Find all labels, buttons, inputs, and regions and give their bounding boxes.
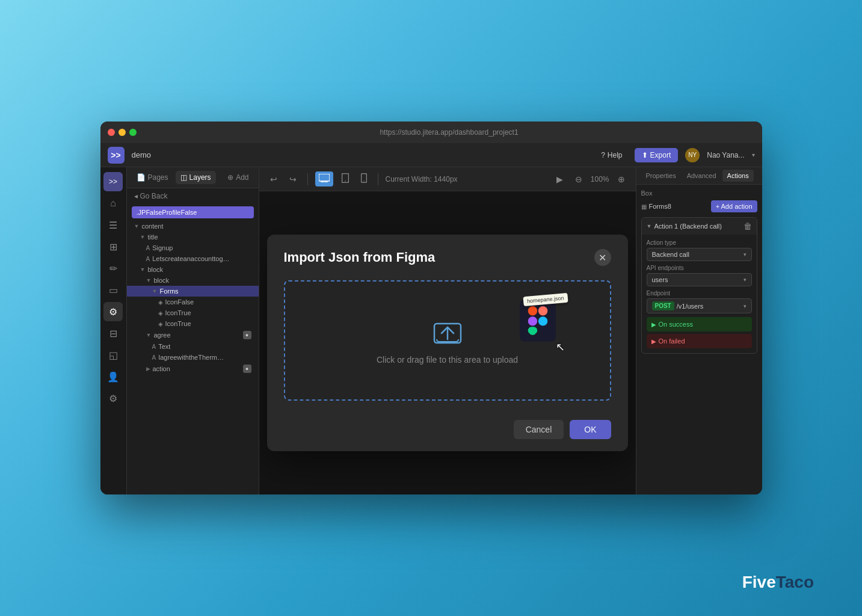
on-failed-section[interactable]: ▶ On failed: [647, 334, 752, 348]
layer-item[interactable]: ▼ block: [127, 264, 259, 275]
box-row: ▦ Forms8 + Add action: [641, 200, 757, 212]
table-icon[interactable]: ⊟: [103, 324, 123, 343]
components-icon[interactable]: ⊞: [103, 237, 123, 256]
style-icon[interactable]: ✏: [103, 259, 123, 278]
tab-actions[interactable]: Actions: [722, 170, 754, 182]
minimize-window-button[interactable]: [119, 129, 126, 136]
layer-item[interactable]: ◈ IconFalse: [127, 297, 259, 307]
tab-advanced[interactable]: Advanced: [682, 170, 721, 182]
layer-item[interactable]: A Signup: [127, 242, 259, 253]
url-bar: https://studio.jitera.app/dashboard_proj…: [144, 128, 755, 137]
cancel-button[interactable]: Cancel: [514, 420, 564, 439]
modal-footer: Cancel OK: [267, 413, 628, 451]
svg-point-5: [345, 180, 346, 182]
desktop-view-button[interactable]: [315, 171, 333, 186]
user-name[interactable]: Nao Yana...: [707, 151, 744, 159]
layer-item-label: IconTrue: [165, 320, 191, 327]
help-label: Help: [608, 151, 623, 159]
api-endpoints-select[interactable]: users ▾: [647, 273, 752, 286]
layer-item[interactable]: ◈ IconTrue: [127, 307, 259, 318]
text-icon: A: [152, 343, 156, 350]
zoom-in-button[interactable]: ⊕: [614, 172, 629, 186]
on-success-section[interactable]: ▶ On success: [647, 317, 752, 331]
layer-item[interactable]: ▶ action ●: [127, 363, 259, 375]
settings-icon[interactable]: ⚙: [103, 302, 123, 321]
upload-area[interactable]: Click or drag file to this area to uploa…: [284, 280, 611, 401]
layer-item[interactable]: ▼ agree ●: [127, 329, 259, 341]
sidebar-toggle-button[interactable]: >>: [103, 172, 123, 191]
preview-button[interactable]: ▶: [553, 172, 567, 186]
zoom-out-button[interactable]: ⊖: [571, 172, 586, 186]
redo-button[interactable]: ↪: [286, 172, 300, 186]
layer-item[interactable]: A Text: [127, 341, 259, 352]
home-icon[interactable]: ⌂: [103, 194, 123, 213]
layout-icon[interactable]: ▭: [103, 280, 123, 300]
add-action-button[interactable]: + Add action: [711, 200, 757, 212]
icon-sidebar: >> ⌂ ☰ ⊞ ✏ ▭ ⚙ ⊟ ◱ 👤 ⚙: [100, 167, 127, 494]
go-back-button[interactable]: ◂ Go Back: [127, 188, 259, 204]
panel-tabs: 📄 Pages ◫ Layers ⊕ Add: [127, 167, 259, 188]
pages-icon[interactable]: ☰: [103, 215, 123, 235]
template-icon[interactable]: ◱: [103, 345, 123, 365]
tab-add[interactable]: ⊕ Add: [223, 171, 253, 184]
tab-pages[interactable]: 📄 Pages: [132, 171, 173, 184]
layers-tab-icon: ◫: [180, 173, 187, 182]
upload-icon: [432, 316, 463, 348]
layer-item-forms[interactable]: ▼ Forms: [127, 286, 259, 297]
layer-item-label: block: [147, 266, 163, 273]
layer-item-label: agree: [153, 331, 170, 339]
layer-item-label: content: [141, 223, 163, 230]
layer-item[interactable]: A Letscreateanaccounttogetstarte...: [127, 253, 259, 264]
go-back-label: Go Back: [140, 192, 168, 200]
help-button[interactable]: ? Help: [596, 149, 627, 162]
export-icon: ⬆: [642, 151, 648, 159]
modal-close-button[interactable]: ✕: [594, 249, 611, 266]
user-icon[interactable]: 👤: [103, 367, 123, 386]
chevron-down-icon: ▾: [743, 251, 747, 257]
on-success-label: On success: [659, 321, 693, 328]
layer-item[interactable]: ◈ IconTrue: [127, 318, 259, 329]
action-section: ▼ Action 1 (Backend call) 🗑 Action type …: [641, 217, 757, 354]
right-panel-content: Box ▦ Forms8 + Add action ▼ Action 1 (Ba: [636, 185, 762, 494]
layer-item-label: action: [153, 365, 170, 372]
endpoint-label: Endpoint: [647, 290, 752, 297]
layer-item-label: IconTrue: [165, 309, 191, 316]
tab-properties[interactable]: Properties: [641, 170, 681, 182]
layers-panel: 📄 Pages ◫ Layers ⊕ Add ◂ Go Back .JPFals…: [127, 167, 259, 494]
layer-item[interactable]: A IagreewiththeThermsofservic...: [127, 352, 259, 363]
figma-logo: homepane.json: [520, 300, 556, 342]
box-name: Forms8: [649, 203, 671, 210]
app-name: demo: [132, 150, 152, 159]
tablet-view-button[interactable]: [338, 171, 352, 187]
file-tag: homepane.json: [523, 293, 568, 306]
traffic-lights: [108, 129, 137, 136]
layer-item[interactable]: ▼ block: [127, 275, 259, 286]
avatar: NY: [685, 148, 700, 162]
undo-button[interactable]: ↩: [266, 172, 281, 186]
help-icon: ?: [601, 151, 605, 159]
maximize-window-button[interactable]: [129, 129, 137, 136]
badge: ●: [243, 331, 251, 339]
action-type-select[interactable]: Backend call ▾: [647, 248, 752, 261]
endpoint-row: POST /v1/users: [652, 301, 743, 310]
endpoint-select[interactable]: POST /v1/users ▾: [647, 298, 752, 313]
tab-layers[interactable]: ◫ Layers: [176, 171, 216, 184]
ok-button[interactable]: OK: [570, 420, 611, 439]
pages-tab-icon: 📄: [137, 173, 146, 182]
export-button[interactable]: ⬆ Export: [635, 148, 679, 162]
user-chevron-icon[interactable]: ▾: [752, 152, 755, 158]
layer-item[interactable]: ▼ content: [127, 221, 259, 232]
layer-item-label: Letscreateanaccounttogetstarte...: [152, 255, 230, 262]
layer-item[interactable]: ▼ title: [127, 232, 259, 242]
action-expand-icon: ▼: [647, 223, 652, 229]
app-logo: >>: [108, 147, 125, 164]
gear-icon[interactable]: ⚙: [103, 389, 123, 408]
layer-item-label: Forms: [159, 288, 178, 295]
expand-icon: ▼: [140, 234, 146, 240]
toolbar-separator: [307, 173, 308, 185]
close-window-button[interactable]: [108, 129, 115, 136]
action-delete-button[interactable]: 🗑: [743, 221, 752, 231]
canvas-width-label: Current Width: 1440px: [386, 175, 458, 183]
mobile-view-button[interactable]: [357, 171, 371, 187]
canvas-toolbar: ↩ ↪: [259, 167, 636, 191]
